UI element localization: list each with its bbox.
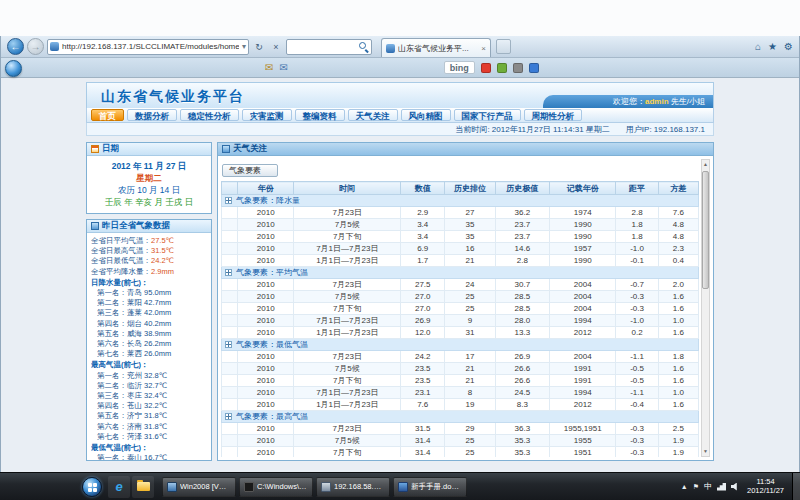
mail2-icon[interactable]: ✉ [279,63,287,73]
hidden-icons-button[interactable]: ▲ [681,483,688,490]
page-scrollbar[interactable]: ▲ ▼ [701,159,710,457]
row-lead-cell [222,363,238,375]
taskbar-window-button-4[interactable]: 新手手册.docx ... [393,477,467,497]
nav-item-5[interactable]: 整编资料 [295,109,345,121]
browser-tab[interactable]: 山东省气候业务平... × [381,38,491,57]
nav-item-2[interactable]: 数据分析 [127,109,177,121]
address-url[interactable]: http://192.168.137.1/SLCCLIMATE/modules/… [62,42,239,51]
main-panel-header: 天气关注 [217,142,714,155]
table-cell: 21 [445,375,495,387]
mail-icon[interactable]: ✉ [265,63,273,73]
scroll-down-icon[interactable]: ▼ [703,447,708,456]
new-tab-button[interactable] [496,39,511,54]
scroll-up-icon[interactable]: ▲ [703,160,708,169]
forward-button[interactable]: → [27,38,44,55]
toolbar-icon-2[interactable] [497,63,507,73]
table-cell: -0.3 [616,303,658,315]
table-cell: 7月1日—7月23日 [294,387,401,399]
table-cell: 1955,1951 [550,423,616,435]
refresh-icon: ↻ [255,42,263,52]
nav-item-3[interactable]: 稳定性分析 [180,109,239,121]
table-row: 20107月5候31.42535.31955-0.31.9 [222,435,699,447]
address-dropdown-icon[interactable]: ▾ [242,42,246,51]
table-cell: 1.6 [658,327,698,339]
search-icon [359,42,368,51]
nav-item-1[interactable]: 首页 [91,109,124,121]
table-cell: 2010 [238,387,294,399]
table-cell: 7月下旬 [294,447,401,458]
expand-icon[interactable] [225,413,232,420]
chart-icon [91,222,99,230]
table-header-cell: 数值 [401,182,445,195]
nav-item-7[interactable]: 风向精图 [401,109,451,121]
taskbar-ie-icon[interactable]: e [108,476,130,498]
rank-value: 38.9mm [144,329,171,338]
main-panel: 天气关注 气象要素 [217,142,714,461]
floating-assistant-icon[interactable] [5,60,22,77]
table-cell: 0.4 [658,255,698,267]
table-header-cell: 历史极值 [495,182,549,195]
stop-button[interactable]: × [269,39,283,55]
home-icon[interactable]: ⌂ [755,41,761,52]
browser-window: ← → http://192.168.137.1/SLCCLIMATE/modu… [0,36,800,472]
taskbar-window-button-2[interactable]: C:\Windows\s... [239,477,313,497]
taskbar-explorer-icon[interactable] [132,476,154,498]
row-lead-cell [222,207,238,219]
refresh-button[interactable]: ↻ [252,39,266,55]
site-banner: 山东省气候业务平台 欢迎您：admin 先生/小姐 [86,82,714,108]
rank-value: 32.2℃ [144,401,167,410]
expand-icon[interactable] [225,269,232,276]
expand-icon[interactable] [225,341,232,348]
taskbar-window-button-3[interactable]: 192.168.58.99... [316,477,390,497]
table-header-cell: 时间 [294,182,401,195]
nav-item-6[interactable]: 天气关注 [348,109,398,121]
expand-icon[interactable] [225,197,232,204]
show-desktop-button[interactable] [792,473,800,500]
table-row: 20107月5候27.02528.52004-0.31.6 [222,291,699,303]
date-panel: 日期 2012 年 11 月 27 日 星期二 农历 10 月 14 日 壬辰 … [86,142,212,214]
table-cell: 2004 [550,279,616,291]
table-cell: -0.5 [616,363,658,375]
toolbar-icon-3[interactable] [513,63,523,73]
table-cell: 23.5 [401,363,445,375]
tools-gear-icon[interactable]: ⚙ [784,41,793,52]
taskbar-window-button-1[interactable]: Win2008 [VS2... [162,477,236,497]
toolbar-icon-4[interactable] [529,63,539,73]
welcome-suffix: 先生/小姐 [669,97,705,106]
favorites-star-icon[interactable]: ★ [768,41,777,52]
table-cell: 7.6 [658,207,698,219]
toolbar-icon-1[interactable] [481,63,491,73]
table-cell: -0.3 [616,291,658,303]
search-input[interactable] [286,39,372,55]
table-cell: 2010 [238,243,294,255]
start-button[interactable] [82,477,102,497]
nav-item-8[interactable]: 国家下行产品 [454,109,521,121]
table-header-cell: 历史排位 [445,182,495,195]
table-group-row[interactable]: 气象要素：平均气温 [222,267,699,279]
group-label: 气象要素：平均气温 [236,268,308,277]
table-group-row[interactable]: 气象要素：降水量 [222,195,699,207]
back-button[interactable]: ← [7,38,24,55]
nav-item-9[interactable]: 周期性分析 [524,109,583,121]
station-name: 烟台 [127,319,144,328]
current-time-label: 当前时间: 2012年11月27日 11:14:31 星期二 [455,124,609,135]
nav-item-4[interactable]: 灾害监测 [242,109,292,121]
scrollbar-thumb[interactable] [702,171,709,289]
row-lead-cell [222,375,238,387]
language-indicator[interactable]: 中 [704,481,712,492]
taskbar-clock[interactable]: 11:54 2012/11/27 [744,478,787,495]
rank-value: 26.0mm [144,349,171,358]
tab-close-icon[interactable]: × [481,44,486,53]
network-icon[interactable] [717,483,726,491]
table-group-row[interactable]: 气象要素：最高气温 [222,411,699,423]
bing-logo[interactable]: bing [444,61,475,74]
table-group-row[interactable]: 气象要素：最低气温 [222,339,699,351]
element-filter-button[interactable]: 气象要素 [222,164,278,177]
table-cell: 2010 [238,327,294,339]
table-cell: 2010 [238,447,294,458]
table-cell: 1990 [550,231,616,243]
action-center-flag-icon[interactable]: ⚑ [693,483,699,491]
table-cell: 2010 [238,219,294,231]
address-bar[interactable]: http://192.168.137.1/SLCCLIMATE/modules/… [47,39,249,55]
volume-icon[interactable] [731,483,739,491]
